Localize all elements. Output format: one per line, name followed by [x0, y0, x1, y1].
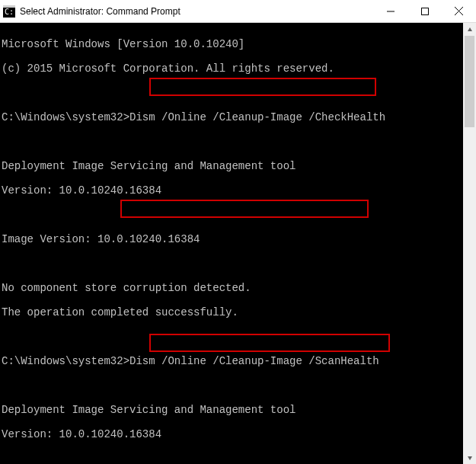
scroll-thumb[interactable] — [465, 36, 474, 127]
output-line: (c) 2015 Microsoft Corporation. All righ… — [2, 62, 462, 75]
window-title: Select Administrator: Command Prompt — [20, 6, 373, 17]
output-line: Version: 10.0.10240.16384 — [2, 184, 462, 197]
output-line — [2, 379, 462, 392]
output-line: Image Version: 10.0.10240.16384 — [2, 233, 462, 245]
terminal-client-area: Microsoft Windows [Version 10.0.10240] (… — [0, 23, 476, 464]
cmd-icon: C: — [3, 5, 15, 18]
scroll-up-button[interactable] — [463, 23, 476, 36]
scroll-down-button[interactable] — [463, 451, 476, 464]
output-line — [2, 87, 462, 99]
output-line: No component store corruption detected. — [2, 282, 462, 294]
output-line: Microsoft Windows [Version 10.0.10240] — [2, 38, 462, 50]
terminal-output[interactable]: Microsoft Windows [Version 10.0.10240] (… — [0, 23, 463, 464]
minimize-button[interactable] — [373, 0, 407, 23]
svg-rect-4 — [421, 8, 428, 14]
titlebar[interactable]: C: Select Administrator: Command Prompt — [0, 0, 476, 23]
output-line: Deployment Image Servicing and Managemen… — [2, 404, 462, 416]
close-button[interactable] — [442, 0, 476, 23]
output-line: The operation completed successfully. — [2, 306, 462, 318]
maximize-button[interactable] — [407, 0, 442, 23]
vertical-scrollbar[interactable] — [463, 23, 476, 464]
output-line — [2, 209, 462, 221]
output-line: Version: 10.0.10240.16384 — [2, 428, 462, 440]
command-prompt-window: C: Select Administrator: Command Prompt … — [0, 0, 476, 464]
output-line: C:\Windows\system32>Dism /Online /Cleanu… — [2, 355, 462, 367]
output-line — [2, 136, 462, 148]
output-line — [2, 453, 462, 464]
output-line: C:\Windows\system32>Dism /Online /Cleanu… — [2, 111, 462, 123]
output-line: Deployment Image Servicing and Managemen… — [2, 160, 462, 172]
svg-text:C:: C: — [5, 8, 14, 16]
svg-marker-8 — [468, 456, 472, 460]
output-line — [2, 258, 462, 270]
svg-marker-7 — [468, 27, 472, 31]
output-line — [2, 331, 462, 343]
